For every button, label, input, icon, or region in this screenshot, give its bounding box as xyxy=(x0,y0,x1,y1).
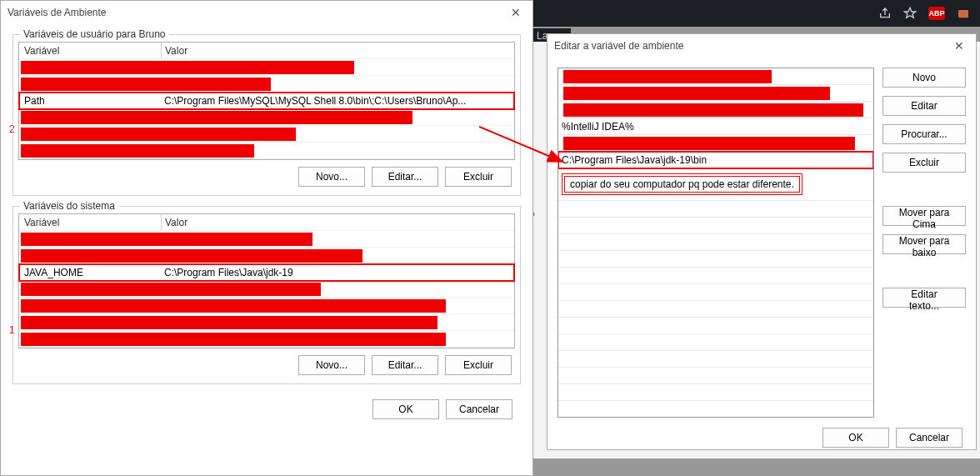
new-button[interactable]: Novo... xyxy=(298,355,365,375)
list-item[interactable] xyxy=(558,234,873,251)
path-list[interactable]: %IntelliJ IDEA% C:\Program Files\Java\jd… xyxy=(558,68,874,418)
table-row-java-home[interactable]: JAVA_HOME C:\Program Files\Java\jdk-19 xyxy=(19,264,514,281)
edit-titlebar: Editar a variável de ambiente ✕ xyxy=(548,34,976,58)
edit-button[interactable]: Editar... xyxy=(372,355,438,375)
table-row[interactable] xyxy=(19,248,514,264)
list-item[interactable] xyxy=(558,334,873,351)
edit-env-var-dialog: Editar a variável de ambiente ✕ %Intelli… xyxy=(547,33,977,450)
table-row[interactable] xyxy=(19,76,514,93)
user-var-name: Path xyxy=(19,95,161,107)
user-vars-label: Variáveis de usuário para Bruno xyxy=(20,28,169,40)
system-vars-table[interactable]: Variável Valor JAVA_HOME C:\Program File… xyxy=(18,213,515,348)
user-vars-table[interactable]: Variável Valor Path C:\Program Files\MyS… xyxy=(18,42,515,160)
col-value: Valor xyxy=(162,217,514,228)
list-item-tip[interactable]: copiar do seu computador pq pode estar d… xyxy=(558,168,873,201)
cancel-button[interactable]: Cancelar xyxy=(446,399,512,419)
edit-button[interactable]: Editar xyxy=(882,96,966,116)
list-item[interactable] xyxy=(558,85,873,102)
system-vars-label: Variáveis do sistema xyxy=(20,200,118,212)
close-icon[interactable]: ✕ xyxy=(506,6,526,19)
user-vars-group: Variáveis de usuário para Bruno Variável… xyxy=(12,34,521,196)
browser-toolbar: ABP xyxy=(530,0,980,27)
list-item[interactable] xyxy=(558,268,873,284)
table-row-path[interactable]: Path C:\Program Files\MySQL\MySQL Shell … xyxy=(19,93,514,109)
list-item[interactable] xyxy=(558,251,873,268)
table-row[interactable] xyxy=(19,143,514,159)
list-item-jdk-bin[interactable]: C:\Program Files\Java\jdk-19\bin xyxy=(558,152,873,168)
edit-title: Editar a variável de ambiente xyxy=(554,40,683,52)
list-item[interactable] xyxy=(558,284,873,301)
col-variable: Variável xyxy=(19,45,161,57)
cancel-button[interactable]: Cancelar xyxy=(896,428,962,448)
sys-var-value: C:\Program Files\Java\jdk-19 xyxy=(161,267,514,278)
favorite-icon[interactable] xyxy=(903,7,917,20)
table-header: Variável Valor xyxy=(19,214,514,231)
edit-buttons-col: Novo Editar Procurar... Excluir Mover pa… xyxy=(882,68,966,418)
table-row[interactable] xyxy=(19,314,514,331)
list-item[interactable] xyxy=(558,301,873,318)
move-down-button[interactable]: Mover para baixo xyxy=(882,234,966,254)
delete-button[interactable]: Excluir xyxy=(445,167,512,187)
list-item-intellij[interactable]: %IntelliJ IDEA% xyxy=(558,118,873,135)
edit-dialog-footer: OK Cancelar xyxy=(548,428,976,458)
system-vars-group: Variáveis do sistema Variável Valor JAVA… xyxy=(12,206,521,384)
table-row[interactable] xyxy=(19,231,514,248)
delete-button[interactable]: Excluir xyxy=(882,153,966,173)
new-button[interactable]: Novo... xyxy=(298,167,365,187)
abp-badge[interactable]: ABP xyxy=(928,7,945,20)
env-vars-dialog: Variáveis de Ambiente ✕ 2 1 Variáveis de… xyxy=(0,0,533,476)
edit-text-button[interactable]: Editar texto... xyxy=(882,288,966,308)
table-row[interactable] xyxy=(19,331,514,348)
table-row[interactable] xyxy=(19,281,514,298)
list-item[interactable] xyxy=(558,135,873,152)
dialog-footer-buttons: OK Cancelar xyxy=(18,393,516,423)
table-header: Variável Valor xyxy=(19,43,514,59)
share-icon[interactable] xyxy=(878,7,892,20)
list-item[interactable] xyxy=(558,68,873,85)
list-item[interactable] xyxy=(558,218,873,234)
list-item[interactable] xyxy=(558,368,873,384)
list-item-label: C:\Program Files\Java\jdk-19\bin xyxy=(562,154,707,166)
env-titlebar: Variáveis de Ambiente ✕ xyxy=(1,1,532,24)
sys-var-name: JAVA_HOME xyxy=(19,267,161,278)
list-item[interactable] xyxy=(558,401,873,418)
user-var-value: C:\Program Files\MySQL\MySQL Shell 8.0\b… xyxy=(161,95,514,107)
table-row[interactable] xyxy=(19,109,514,126)
list-item[interactable] xyxy=(558,351,873,368)
move-up-button[interactable]: Mover para Cima xyxy=(882,206,966,226)
env-title: Variáveis de Ambiente xyxy=(8,7,107,18)
ok-button[interactable]: OK xyxy=(372,399,439,419)
table-row[interactable] xyxy=(19,298,514,314)
col-variable: Variável xyxy=(19,217,161,228)
browse-button[interactable]: Procurar... xyxy=(882,124,966,144)
edit-button[interactable]: Editar... xyxy=(372,167,438,187)
list-item[interactable] xyxy=(558,318,873,334)
system-vars-buttons: Novo... Editar... Excluir xyxy=(18,348,515,378)
tip-text: copiar do seu computador pq pode estar d… xyxy=(562,173,802,195)
new-button[interactable]: Novo xyxy=(882,68,966,88)
col-value: Valor xyxy=(162,45,514,57)
list-item[interactable] xyxy=(558,384,873,401)
table-row[interactable] xyxy=(19,126,514,143)
list-item-label: %IntelliJ IDEA% xyxy=(562,121,634,133)
ok-button[interactable]: OK xyxy=(822,428,889,448)
close-icon[interactable]: ✕ xyxy=(949,39,969,53)
table-row[interactable] xyxy=(19,59,514,76)
list-item[interactable] xyxy=(558,102,873,118)
delete-button[interactable]: Excluir xyxy=(445,355,512,375)
extension-icon[interactable] xyxy=(957,7,970,20)
user-vars-buttons: Novo... Editar... Excluir xyxy=(18,160,515,190)
list-item[interactable] xyxy=(558,201,873,218)
svg-rect-0 xyxy=(958,10,968,18)
